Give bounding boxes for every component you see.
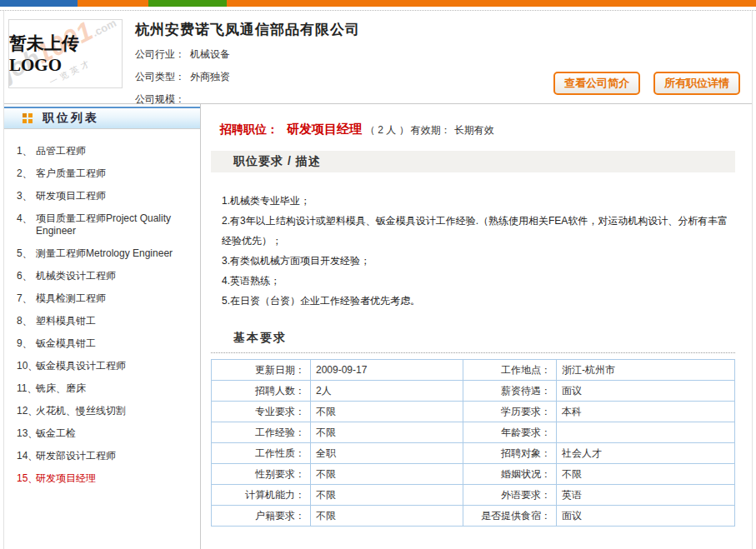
- job-item-number: 1、: [4, 145, 36, 157]
- job-title: 研发项目经理: [287, 122, 362, 136]
- field-label: 年龄要求：: [463, 422, 557, 443]
- field-label: 户籍要求：: [212, 506, 311, 527]
- description-line: 2.有3年以上结构设计或塑料模具、钣金模具设计工作经验.（熟练使用相关FEA软件…: [222, 211, 730, 251]
- field-value: 不限: [311, 485, 463, 506]
- job-item-label: 客户质量工程师: [36, 167, 195, 180]
- field-value: 不限: [311, 464, 463, 485]
- description-line: 4.英语熟练；: [222, 271, 730, 291]
- job-item-label: 火花机、慢丝线切割: [36, 405, 195, 417]
- sidebar-job-item-7[interactable]: 7、模具检测工程师: [4, 287, 200, 310]
- job-item-label: 钣金模具设计工程师: [36, 360, 195, 372]
- field-value: 本科: [557, 402, 735, 422]
- sidebar-job-item-13[interactable]: 13、钣金工检: [4, 422, 200, 445]
- sidebar-job-item-12[interactable]: 12、火花机、慢丝线切割: [4, 400, 200, 422]
- job-item-label: 钣金模具钳工: [36, 337, 195, 350]
- field-value: 面议: [557, 506, 735, 527]
- field-value: 社会人才: [557, 443, 735, 464]
- page-container: job1001.com 一览英才 暂未上传LOGO 杭州安费诺飞凤通信部品有限公…: [3, 11, 753, 549]
- company-info: 杭州安费诺飞凤通信部品有限公司 公司行业：机械设备 公司类型：外商独资 公司规模…: [135, 17, 360, 100]
- job-item-label: 塑料模具钳工: [36, 315, 195, 327]
- job-list-title: 职位列表: [43, 111, 99, 126]
- company-industry-label: 公司行业：: [135, 48, 185, 60]
- job-item-number: 4、: [4, 212, 36, 237]
- sidebar-job-item-14[interactable]: 14、研发部设计工程师: [4, 445, 200, 467]
- field-label: 更新日期：: [212, 360, 311, 381]
- job-list: 1、品管工程师 2、客户质量工程师 3、研发项目工程师 4、项目质量工程师Pro…: [4, 129, 200, 490]
- top-color-bar: [0, 0, 756, 7]
- job-item-number: 12、: [4, 405, 36, 417]
- job-list-header: 职位列表: [4, 107, 200, 129]
- field-value: 面议: [557, 381, 735, 402]
- job-item-number: 6、: [4, 270, 36, 282]
- job-item-label: 研发项目经理: [36, 472, 195, 485]
- field-label: 招聘对象：: [463, 443, 557, 464]
- basic-requirements-table: 更新日期： 2009-09-17 工作地点： 浙江-杭州市 招聘人数： 2人 薪…: [211, 359, 735, 527]
- company-industry-row: 公司行业：机械设备: [135, 47, 360, 62]
- sidebar-job-item-15-active[interactable]: 15、研发项目经理: [4, 467, 200, 490]
- topbar-orange-segment: [78, 0, 148, 7]
- field-value: 浙江-杭州市: [557, 360, 735, 381]
- job-item-number: 13、: [4, 427, 36, 440]
- job-description: 1.机械类专业毕业； 2.有3年以上结构设计或塑料模具、钣金模具设计工作经验.（…: [211, 172, 735, 311]
- company-type-value: 外商独资: [190, 71, 230, 82]
- sidebar-job-item-9[interactable]: 9、钣金模具钳工: [4, 332, 200, 355]
- view-company-profile-button[interactable]: 查看公司简介: [553, 72, 640, 95]
- validity-value: 长期有效: [454, 124, 494, 136]
- field-label: 工作经验：: [212, 422, 311, 443]
- field-value: 英语: [557, 485, 735, 506]
- field-value: 不限: [311, 506, 463, 527]
- job-detail-panel: 招聘职位：研发项目经理（ 2 人 ）有效期：长期有效 职位要求 / 描述 1.机…: [201, 104, 752, 549]
- field-label: 工作性质：: [212, 443, 311, 464]
- all-positions-button[interactable]: 所有职位详情: [653, 72, 740, 95]
- sidebar-job-item-11[interactable]: 11、铣床、磨床: [4, 377, 200, 400]
- basic-requirements-title: 基本要求: [211, 331, 735, 353]
- topbar-blue-segment: [0, 0, 78, 7]
- sidebar-job-item-4[interactable]: 4、项目质量工程师Project Quality Engineer: [4, 207, 200, 242]
- sidebar-job-item-3[interactable]: 3、研发项目工程师: [4, 185, 200, 207]
- sidebar-job-item-10[interactable]: 10、钣金模具设计工程师: [4, 355, 200, 377]
- field-label: 专业要求：: [212, 402, 311, 422]
- sidebar-job-item-5[interactable]: 5、测量工程师Metrology Engineer: [4, 242, 200, 265]
- field-label: 婚姻状况：: [463, 464, 557, 485]
- validity-label: 有效期：: [411, 124, 451, 136]
- sidebar-job-item-8[interactable]: 8、塑料模具钳工: [4, 310, 200, 332]
- job-item-number: 5、: [4, 247, 36, 260]
- field-value: 不限: [311, 422, 463, 443]
- company-size-row: 公司规模：: [135, 92, 360, 107]
- job-item-number: 15、: [4, 472, 36, 485]
- company-name: 杭州安费诺飞凤通信部品有限公司: [135, 20, 360, 39]
- table-row: 性别要求： 不限 婚姻状况： 不限: [212, 464, 735, 485]
- headcount: （ 2 人 ）: [365, 124, 409, 136]
- job-item-number: 10、: [4, 360, 36, 372]
- description-line: 1.机械类专业毕业；: [222, 191, 730, 211]
- body-area: 职位列表 1、品管工程师 2、客户质量工程师 3、研发项目工程师 4、项目质量工…: [4, 104, 752, 549]
- job-item-number: 2、: [4, 167, 36, 180]
- table-row: 工作经验： 不限 年龄要求：: [212, 422, 735, 443]
- sidebar-job-item-1[interactable]: 1、品管工程师: [4, 140, 200, 162]
- job-item-number: 14、: [4, 450, 36, 462]
- field-label: 是否提供食宿：: [463, 506, 557, 527]
- job-item-label: 测量工程师Metrology Engineer: [36, 247, 195, 260]
- company-industry-value: 机械设备: [190, 48, 230, 60]
- sidebar-job-item-6[interactable]: 6、机械类设计工程师: [4, 265, 200, 287]
- company-type-row: 公司类型：外商独资: [135, 70, 360, 84]
- recruit-position-label: 招聘职位：: [220, 122, 278, 136]
- job-item-label: 模具检测工程师: [36, 292, 195, 305]
- field-label: 招聘人数：: [212, 381, 311, 402]
- company-logo-placeholder: job1001.com 一览英才 暂未上传LOGO: [8, 19, 123, 88]
- job-item-number: 3、: [4, 190, 36, 202]
- job-item-number: 7、: [4, 292, 36, 305]
- squares-icon: [23, 113, 33, 123]
- job-header: 招聘职位：研发项目经理（ 2 人 ）有效期：长期有效: [220, 122, 735, 137]
- sidebar-job-item-2[interactable]: 2、客户质量工程师: [4, 162, 200, 185]
- job-item-number: 9、: [4, 337, 36, 350]
- field-label: 外语要求：: [463, 485, 557, 506]
- job-item-label: 研发项目工程师: [36, 190, 195, 202]
- table-row: 计算机能力： 不限 外语要求： 英语: [212, 485, 735, 506]
- field-label: 计算机能力：: [212, 485, 311, 506]
- field-value: 不限: [311, 402, 463, 422]
- logo-placeholder-text: 暂未上传LOGO: [9, 32, 122, 76]
- company-header: job1001.com 一览英才 暂未上传LOGO 杭州安费诺飞凤通信部品有限公…: [4, 11, 752, 104]
- topbar-orange-segment-long: [227, 0, 756, 7]
- company-size-label: 公司规模：: [135, 93, 185, 105]
